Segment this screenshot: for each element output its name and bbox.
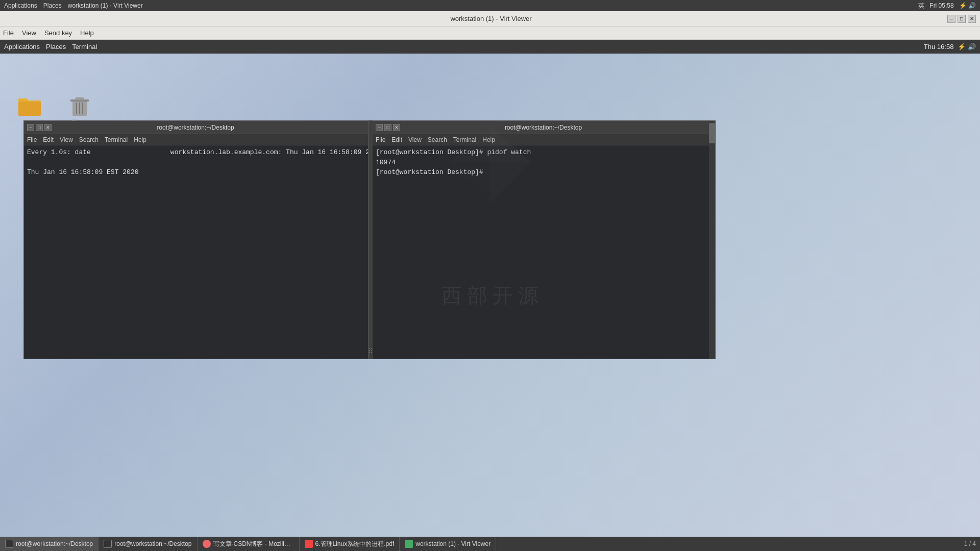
virt-viewer-window: workstation (1) - Virt Viewer – □ ✕ File… <box>0 11 980 551</box>
term-right-controls: – □ ✕ <box>376 124 400 131</box>
terminal-splitter[interactable] <box>369 120 373 359</box>
taskbar-item-term2[interactable]: root@workstation:~/Desktop <box>99 537 197 551</box>
taskbar-pdf-label: 6.管理Linux系统中的进程.pdf <box>315 540 395 548</box>
term-left-maximize[interactable]: □ <box>36 124 43 131</box>
host-applications-menu[interactable]: Applications <box>4 2 37 9</box>
guest-panel-icons: ⚡ 🔊 <box>958 43 976 51</box>
guest-toppanel: Applications Places Terminal Thu 16:58 ⚡… <box>0 40 980 54</box>
guest-desktop: Applications Places Terminal Thu 16:58 ⚡… <box>0 40 980 551</box>
term-left-menu-help[interactable]: Help <box>134 136 146 143</box>
vv-maximize-btn[interactable]: □ <box>958 15 966 23</box>
vv-menu-help[interactable]: Help <box>80 29 94 37</box>
vv-titlebar: workstation (1) - Virt Viewer – □ ✕ <box>0 11 980 27</box>
guest-terminal-menu[interactable]: Terminal <box>72 43 97 51</box>
term-left-close[interactable]: ✕ <box>44 124 52 131</box>
term-left-controls: – □ ✕ <box>27 124 52 131</box>
host-indicator-icons: 英 <box>918 2 924 10</box>
host-places-menu[interactable]: Places <box>43 2 62 9</box>
terminals-container: – □ ✕ root@workstation:~/Desktop File Ed… <box>23 120 716 359</box>
term-right-close[interactable]: ✕ <box>393 124 400 131</box>
term-left-line-3: Thu Jan 16 16:58:09 EST 2020 <box>27 167 365 178</box>
taskbar-firefox-icon <box>203 540 211 548</box>
terminal-window-right: – □ ✕ root@workstation:~/Desktop File Ed… <box>373 120 716 359</box>
term-left-menu-search[interactable]: Search <box>79 136 99 143</box>
trash-icon <box>67 93 92 118</box>
vv-minimize-btn[interactable]: – <box>947 15 955 23</box>
term-right-scrollbar-thumb <box>709 123 715 143</box>
folder-icon <box>17 93 42 118</box>
taskbar-firefox-label: 写文章-CSDN博客 - Mozilla Firefox <box>213 540 294 548</box>
taskbar-pdf-icon <box>305 540 313 548</box>
term-left-menu-edit[interactable]: Edit <box>43 136 54 143</box>
term-left-menu-terminal[interactable]: Terminal <box>105 136 128 143</box>
svg-rect-4 <box>76 97 84 100</box>
term-left-body[interactable]: Every 1.0s: date workstation.lab.example… <box>24 145 368 359</box>
host-topbar-right: 英 Fri 05:58 ⚡ 🔊 <box>918 2 976 10</box>
vv-menu-sendkey[interactable]: Send key <box>44 29 72 37</box>
term-right-menu-view[interactable]: View <box>408 136 422 143</box>
taskbar-term2-label: root@workstation:~/Desktop <box>114 540 191 547</box>
taskbar-items: root@workstation:~/Desktop root@workstat… <box>0 537 496 551</box>
taskbar-vv-icon <box>405 540 413 548</box>
host-status-icons: ⚡ 🔊 <box>959 2 976 9</box>
taskbar-term1-label: root@workstation:~/Desktop <box>16 540 93 547</box>
host-topbar: Applications Places workstation (1) - Vi… <box>0 0 980 11</box>
term-right-menu-terminal[interactable]: Terminal <box>453 136 476 143</box>
term-right-menu-help[interactable]: Help <box>482 136 495 143</box>
taskbar-page-indicator: 1 / 4 <box>964 540 976 547</box>
svg-rect-1 <box>18 102 41 116</box>
taskbar-item-pdf[interactable]: 6.管理Linux系统中的进程.pdf <box>300 537 400 551</box>
vv-menubar: File View Send key Help <box>0 27 980 40</box>
host-topbar-left: Applications Places workstation (1) - Vi… <box>4 2 143 9</box>
taskbar-vv-label: workstation (1) - Virt Viewer <box>415 540 491 547</box>
term-left-menu-view[interactable]: View <box>60 136 73 143</box>
vv-menu-view[interactable]: View <box>22 29 36 37</box>
taskbar-term2-icon <box>104 540 112 548</box>
term-right-line-1: [root@workstation Desktop]# pidof watch <box>376 147 708 158</box>
term-right-menu-edit[interactable]: Edit <box>391 136 402 143</box>
taskbar-right: 1 / 4 <box>960 540 980 547</box>
term-left-minimize[interactable]: – <box>27 124 34 131</box>
taskbar-term1-icon <box>5 540 13 548</box>
guest-taskbar: root@workstation:~/Desktop root@workstat… <box>0 537 980 551</box>
host-time: Fri 05:58 <box>929 2 953 9</box>
term-right-menubar: File Edit View Search Terminal Help <box>373 134 715 145</box>
guest-applications-menu[interactable]: Applications <box>4 43 40 51</box>
vv-titlebar-controls: – □ ✕ <box>947 15 976 23</box>
term-right-menu-search[interactable]: Search <box>428 136 447 143</box>
term-right-menu-file[interactable]: File <box>376 136 385 143</box>
term-left-titlebar: – □ ✕ root@workstation:~/Desktop <box>24 121 368 134</box>
term-left-menu-file[interactable]: File <box>27 136 37 143</box>
term-right-maximize[interactable]: □ <box>384 124 391 131</box>
term-right-line-3: [root@workstation Desktop]# <box>376 167 708 178</box>
term-left-title: root@workstation:~/Desktop <box>52 124 339 131</box>
term-right-minimize[interactable]: – <box>376 124 383 131</box>
guest-panel-left: Applications Places Terminal <box>4 43 97 51</box>
term-right-scrollbar[interactable] <box>709 121 715 359</box>
terminal-window-left: – □ ✕ root@workstation:~/Desktop File Ed… <box>23 120 369 359</box>
vv-menu-file[interactable]: File <box>3 29 14 37</box>
taskbar-item-firefox[interactable]: 写文章-CSDN博客 - Mozilla Firefox <box>198 537 300 551</box>
vv-close-btn[interactable]: ✕ <box>968 15 976 23</box>
term-right-body[interactable]: [root@workstation Desktop]# pidof watch … <box>373 145 715 359</box>
host-window-title: workstation (1) - Virt Viewer <box>68 2 143 9</box>
guest-panel-right: Thu 16:58 ⚡ 🔊 <box>924 43 976 51</box>
term-right-title: root@workstation:~/Desktop <box>400 124 687 131</box>
vv-title: workstation (1) - Virt Viewer <box>35 15 947 22</box>
guest-time: Thu 16:58 <box>924 43 954 51</box>
term-right-titlebar: – □ ✕ root@workstation:~/Desktop <box>373 121 715 134</box>
term-left-line-1: Every 1.0s: date workstation.lab.example… <box>27 147 365 158</box>
taskbar-item-vv[interactable]: workstation (1) - Virt Viewer <box>400 537 496 551</box>
term-left-menubar: File Edit View Search Terminal Help <box>24 134 368 145</box>
term-right-line-2: 10974 <box>376 158 708 168</box>
guest-places-menu[interactable]: Places <box>46 43 66 51</box>
term-left-line-2 <box>27 158 365 168</box>
taskbar-item-term1[interactable]: root@workstation:~/Desktop <box>0 537 99 551</box>
